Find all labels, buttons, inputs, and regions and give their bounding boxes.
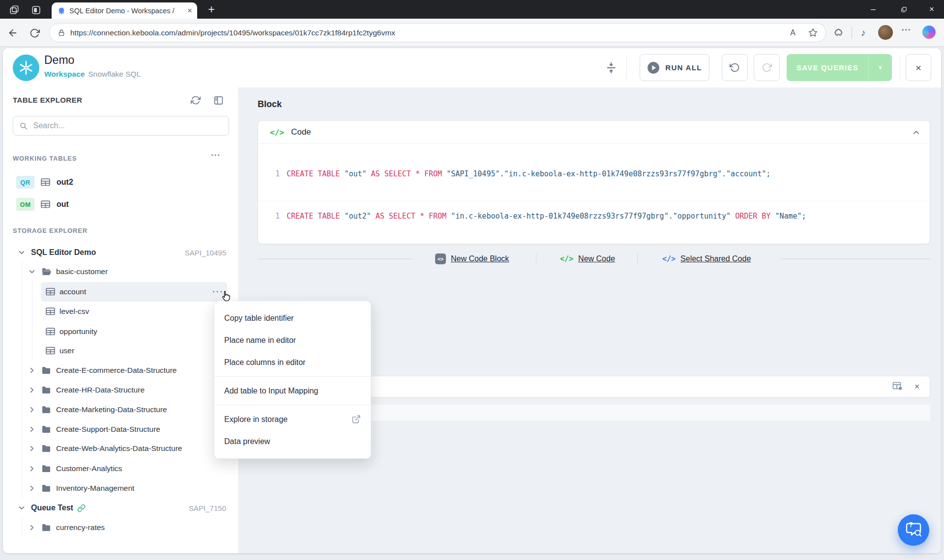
tree-table-user[interactable]: user (3, 341, 238, 361)
header-divider (626, 57, 627, 79)
code-block-header[interactable]: </> Code (258, 121, 930, 144)
tree-folder-collapsed[interactable]: Inventory-Management (3, 478, 238, 498)
table-badge: QR (16, 176, 34, 189)
tree-table-account[interactable]: account ··· (3, 282, 238, 302)
project-name: SQL Editor Demo (31, 248, 96, 257)
select-shared-code-button[interactable]: </> Select Shared Code (662, 253, 751, 265)
table-icon (46, 328, 55, 336)
tree-folder-collapsed[interactable]: Create-HR-Data-Structure (3, 380, 238, 400)
new-tab-button[interactable]: + (204, 2, 219, 17)
lock-icon (58, 29, 65, 37)
play-icon (647, 61, 660, 74)
menu-item-copy-table-identifier[interactable]: Copy table identifier (214, 307, 371, 329)
reload-icon[interactable] (27, 25, 42, 41)
search-box[interactable] (13, 116, 229, 136)
browser-titlebar: SQL Editor Demo - Workspaces / × + – × (0, 0, 944, 19)
support-chat-button[interactable]: ? (898, 514, 929, 546)
read-aloud-icon[interactable]: A (790, 28, 796, 37)
workspaces-icon[interactable] (30, 3, 42, 16)
menu-item-place-name-in-editor[interactable]: Place name in editor (214, 329, 371, 351)
table-name: level-csv (59, 307, 89, 316)
working-tables-menu-icon[interactable]: ··· (211, 150, 221, 160)
workspace-type-link[interactable]: Workspace (44, 70, 85, 78)
preview-close-icon[interactable]: × (911, 381, 923, 392)
tree-folder-collapsed[interactable]: Create-Marketing-Data-Structure (3, 400, 238, 420)
chevron-down-icon (18, 504, 25, 511)
menu-divider (214, 405, 371, 405)
sql-editor-line[interactable]: 1 CREATE TABLE "out2" AS SELECT * FROM "… (258, 210, 930, 222)
folder-name: basic-customer (56, 267, 108, 276)
working-table-row[interactable]: OM out (16, 195, 229, 214)
chevron-right-icon (29, 445, 35, 452)
folder-name: Create-Support-Data-Structure (56, 425, 160, 434)
menu-item-explore-in-storage[interactable]: Explore in storage (214, 408, 371, 430)
working-table-row[interactable]: QR out2 (16, 172, 229, 192)
chevron-down-icon (18, 249, 25, 256)
new-code-button[interactable]: </> New Code (560, 253, 615, 265)
save-queries-button[interactable]: SAVE QUERIES ▾ (787, 54, 892, 81)
media-controls-icon[interactable]: ♪ (856, 26, 870, 40)
address-bar[interactable]: https://connection.keboola.com/admin/pro… (49, 23, 826, 42)
window-maximize-button[interactable] (891, 0, 916, 19)
chevron-up-icon[interactable] (913, 129, 920, 136)
tree-folder-collapsed[interactable]: Create-Web-Analytics-Data-Structure (3, 439, 238, 458)
tab-close-icon[interactable]: × (187, 6, 192, 15)
window-close-button[interactable]: × (919, 0, 944, 19)
favorites-star-icon[interactable] (808, 28, 818, 37)
workspace-app: Demo WorkspaceSnowflake SQL RUN ALL SAVE… (3, 48, 941, 553)
browser-toolbar: https://connection.keboola.com/admin/pro… (0, 19, 944, 47)
sql-code: CREATE TABLE "out2" AS SELECT * FROM "in… (287, 212, 806, 221)
code-block-card: </> Code 1 CREATE TABLE "out" AS SELECT … (258, 120, 930, 244)
folder-name: Create-Web-Analytics-Data-Structure (56, 444, 182, 453)
run-all-button[interactable]: RUN ALL (640, 54, 709, 81)
screen: SQL Editor Demo - Workspaces / × + – × h… (0, 0, 944, 560)
browser-menu-icon[interactable]: ··· (902, 26, 911, 34)
redo-button[interactable] (754, 54, 780, 81)
menu-item-data-preview[interactable]: Data preview (214, 430, 371, 452)
close-workspace-button[interactable]: × (906, 54, 931, 81)
line-number: 1 (258, 169, 287, 178)
tree-folder-collapsed[interactable]: Create-E-commerce-Data-Structure (3, 361, 238, 380)
refresh-icon[interactable] (190, 94, 202, 106)
tab-actions-icon[interactable] (8, 3, 21, 16)
back-icon[interactable] (5, 25, 21, 41)
tree-folder-basic-customer[interactable]: basic-customer (3, 262, 238, 281)
tree-folder-collapsed[interactable]: Customer-Analytics (3, 459, 238, 478)
profile-avatar[interactable] (878, 25, 893, 40)
extensions-icon[interactable] (832, 26, 846, 40)
folder-name: Create-HR-Data-Structure (56, 386, 145, 394)
tree-folder-collapsed[interactable]: Create-Support-Data-Structure (3, 420, 238, 439)
undo-icon (730, 62, 740, 73)
tree-table-level-csv[interactable]: level-csv (3, 302, 238, 321)
chevron-down-icon (29, 268, 35, 275)
undo-button[interactable] (722, 54, 748, 81)
menu-item-add-table-to-input-mapping[interactable]: Add table to Input Mapping (214, 380, 371, 402)
tree-project-queue-test[interactable]: Queue Test SAPI_7150 (3, 498, 238, 518)
table-context-menu: Copy table identifier Place name in edit… (214, 301, 371, 459)
copilot-icon[interactable] (922, 26, 936, 39)
table-icon (46, 288, 55, 296)
folder-name: Inventory-Management (56, 484, 134, 493)
table-info-icon[interactable] (892, 382, 902, 391)
linked-project-icon (77, 504, 86, 512)
new-code-block-button[interactable]: <> New Code Block (435, 253, 509, 265)
working-table-name: out2 (57, 178, 73, 187)
table-icon (46, 308, 55, 315)
resize-split-icon[interactable] (605, 61, 618, 74)
tree-folder-currency-rates[interactable]: currency-rates (3, 518, 238, 537)
browser-tab[interactable]: SQL Editor Demo - Workspaces / × (52, 2, 197, 19)
window-minimize-button[interactable]: – (861, 0, 885, 19)
search-input[interactable] (32, 121, 222, 131)
tree-project-sql-editor-demo[interactable]: SQL Editor Demo SAPI_10495 (3, 243, 238, 262)
folder-icon (41, 484, 51, 492)
storage-explorer-title: STORAGE EXPLORER (13, 227, 88, 234)
tree-table-opportunity[interactable]: opportunity (3, 322, 238, 341)
collapse-panel-icon[interactable] (212, 94, 224, 106)
working-tables-title: WORKING TABLES (13, 155, 77, 162)
url-text: https://connection.keboola.com/admin/pro… (70, 28, 395, 37)
chevron-right-icon (29, 465, 35, 472)
sql-editor-line[interactable]: 1 CREATE TABLE "out" AS SELECT * FROM "S… (258, 168, 930, 180)
save-dropdown-caret[interactable]: ▾ (868, 54, 892, 81)
table-name: opportunity (59, 327, 97, 336)
menu-item-place-columns-in-editor[interactable]: Place columns in editor (214, 351, 371, 373)
